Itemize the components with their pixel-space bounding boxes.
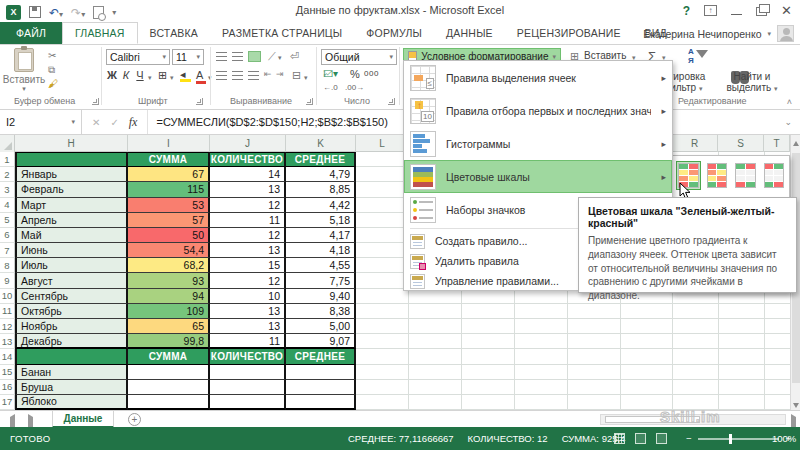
merge-center-icon[interactable]: ⊟ (292, 69, 301, 82)
increase-indent-icon[interactable]: ⇥ (276, 69, 284, 79)
row-header-8[interactable]: 8 (0, 258, 15, 273)
row-header-16[interactable]: 16 (0, 380, 15, 395)
cell-sum[interactable]: 99,8 (128, 334, 210, 349)
align-middle-icon[interactable] (232, 52, 243, 61)
cell-count[interactable]: 13 (210, 182, 286, 197)
new-sheet-button[interactable]: + (128, 413, 141, 426)
header-cell-blank[interactable] (15, 349, 128, 364)
cell-sum[interactable]: 68,2 (128, 258, 210, 273)
header-cell-avg[interactable]: СРЕДНЕЕ (286, 349, 356, 364)
cell-sum[interactable] (128, 380, 210, 395)
column-header-K[interactable]: K (286, 135, 356, 152)
cut-icon[interactable]: ✂ (48, 50, 58, 61)
comma-style-button[interactable]: 000 (364, 69, 379, 78)
page-break-view-icon[interactable] (656, 433, 667, 444)
cell-month[interactable]: Декабрь (15, 334, 128, 349)
cell-count[interactable] (210, 365, 286, 380)
column-header-J[interactable]: J (210, 135, 286, 152)
row-header-13[interactable]: 13 (0, 334, 15, 349)
cell-count[interactable]: 12 (210, 198, 286, 213)
row-header-3[interactable]: 3 (0, 182, 15, 197)
menu-item-highlight-cells-rules[interactable]: ≤Правила выделения ячеек▸ (404, 61, 672, 94)
help-button[interactable]: ? (683, 4, 690, 18)
cell-avg[interactable]: 8,38 (286, 304, 356, 319)
format-painter-icon[interactable]: 🖌︎ (48, 78, 58, 89)
user-account[interactable]: Екатерина Нечипоренко ▾ (643, 25, 794, 42)
ribbon-tab-рецензирование[interactable]: РЕЦЕНЗИРОВАНИЕ (505, 22, 633, 44)
cell-month[interactable]: Банан (15, 365, 128, 380)
cell-month[interactable]: Февраль (15, 182, 128, 197)
cell-count[interactable]: 12 (210, 273, 286, 288)
cell-month[interactable]: Июль (15, 258, 128, 273)
cell-avg[interactable]: 8,85 (286, 182, 356, 197)
row-header-6[interactable]: 6 (0, 228, 15, 243)
cell-avg[interactable] (286, 395, 356, 410)
cancel-entry-icon[interactable]: ✕ (92, 117, 100, 128)
cell-avg[interactable]: 4,42 (286, 198, 356, 213)
borders-icon[interactable]: ⊞ (158, 69, 167, 82)
cell-count[interactable]: 11 (210, 334, 286, 349)
restore-button[interactable] (756, 7, 767, 16)
menu-item-color-scales[interactable]: Цветовые шкалы▸ (404, 160, 672, 193)
color-scale-option-red-white-green[interactable] (762, 161, 787, 190)
align-top-icon[interactable] (216, 52, 227, 61)
sheet-tab-active[interactable]: Данные (52, 411, 114, 428)
merge-caret-icon[interactable]: ▾ (304, 74, 308, 82)
formula-bar-expand-icon[interactable]: ⌄ (784, 110, 800, 134)
cell-avg[interactable]: 4,17 (286, 228, 356, 243)
cell-sum[interactable]: 53 (128, 198, 210, 213)
column-header-S[interactable]: S (718, 135, 764, 152)
cell-avg[interactable]: 7,75 (286, 273, 356, 288)
header-cell-blank[interactable] (15, 152, 128, 167)
cell-count[interactable] (210, 395, 286, 410)
header-cell-count[interactable]: КОЛИЧЕСТВО (210, 152, 286, 167)
zoom-out-icon[interactable]: − (686, 433, 692, 444)
cell-month[interactable]: Июнь (15, 243, 128, 258)
column-header-L[interactable]: L (356, 135, 409, 152)
cell-sum[interactable] (128, 395, 210, 410)
font-size-combo[interactable]: 11▾ (172, 49, 204, 65)
italic-button[interactable]: К (120, 69, 132, 81)
ribbon-display-options-icon[interactable]: ↑ (704, 5, 717, 16)
undo-button[interactable]: ↶▾ (49, 3, 63, 21)
sort-filter-icon[interactable]: АЯ (688, 47, 708, 67)
cell-avg[interactable] (286, 365, 356, 380)
font-name-combo[interactable]: Calibri▾ (106, 49, 170, 65)
wrap-text-icon[interactable]: ⏎ (290, 50, 299, 63)
cell-count[interactable]: 13 (210, 319, 286, 334)
close-button[interactable]: ✕ (781, 3, 792, 18)
number-format-combo[interactable]: Общий▾ (321, 49, 397, 65)
column-header-H[interactable]: H (15, 135, 128, 152)
cell-sum[interactable]: 115 (128, 182, 210, 197)
align-left-icon[interactable] (216, 71, 227, 80)
font-color-button[interactable]: А (196, 69, 203, 81)
cell-avg[interactable] (286, 380, 356, 395)
cell-avg[interactable]: 9,07 (286, 334, 356, 349)
cell-month[interactable]: Апрель (15, 213, 128, 228)
percent-style-button[interactable]: % (350, 68, 360, 80)
cell-count[interactable]: 14 (210, 167, 286, 182)
row-header-17[interactable]: 17 (0, 395, 15, 410)
column-header-I[interactable]: I (128, 135, 210, 152)
cell-month[interactable]: Сентябрь (15, 289, 128, 304)
header-cell-sum[interactable]: СУММА (128, 349, 210, 364)
fill-color-button[interactable]: ◂ (180, 68, 186, 81)
row-header-9[interactable]: 9 (0, 273, 15, 288)
cell-month[interactable]: Январь (15, 167, 128, 182)
ribbon-tab-данные[interactable]: ДАННЫЕ (434, 22, 505, 44)
align-bottom-icon-active[interactable] (248, 51, 261, 62)
row-header-14[interactable]: 14 (0, 349, 15, 364)
header-cell-avg[interactable]: СРЕДНЕЕ (286, 152, 356, 167)
row-header-1[interactable]: 1 (0, 152, 15, 167)
alignment-dialog-launcher[interactable] (306, 98, 313, 105)
find-select-button[interactable]: Найти и выделить ▾ (722, 71, 782, 94)
cell-sum[interactable]: 94 (128, 289, 210, 304)
cell-month[interactable]: Ноябрь (15, 319, 128, 334)
cell-sum[interactable]: 57 (128, 213, 210, 228)
zoom-slider[interactable] (698, 438, 780, 440)
align-right-icon[interactable] (248, 71, 259, 80)
cell-count[interactable]: 10 (210, 289, 286, 304)
copy-icon[interactable]: ⧉ (48, 64, 58, 75)
qat-customize-caret-icon[interactable]: ▾ (112, 8, 116, 17)
increase-decimal-icon[interactable]: ←.0 (323, 83, 338, 92)
